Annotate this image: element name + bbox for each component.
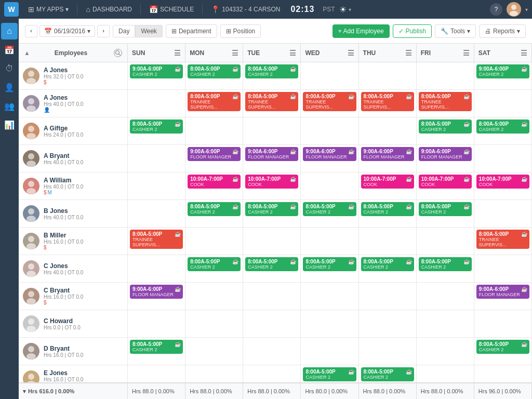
day-cell[interactable]: 10:00A-7:00PCOOK☕ bbox=[474, 172, 532, 200]
employee-info-cell[interactable]: A WilliamHrs 40.0 | OT 0.0$M bbox=[19, 172, 128, 200]
day-cell[interactable]: 8:00A-5:00PCASHIER 2☕ bbox=[359, 200, 417, 227]
shift-block[interactable]: 8:00A-5:00PCASHIER 2☕ bbox=[361, 257, 414, 271]
shift-block[interactable]: 8:00A-5:00PCASHIER 2☕ bbox=[188, 257, 241, 271]
wed-list-icon[interactable]: ☰ bbox=[348, 49, 354, 57]
day-cell[interactable] bbox=[128, 90, 185, 117]
day-cell[interactable]: 10:00A-7:00PCOOK☕ bbox=[185, 172, 243, 200]
shift-block[interactable]: 8:00A-5:00PCASHIER 2☕ bbox=[188, 64, 241, 78]
day-cell[interactable]: 8:00A-5:00PTRAINEE SUPERVIS...☕ bbox=[359, 90, 417, 117]
shift-block[interactable]: 10:00A-7:00PCOOK☕ bbox=[245, 175, 298, 189]
shift-block[interactable]: 8:00A-5:00PCASHIER 2☕ bbox=[245, 64, 298, 78]
shift-block[interactable]: 8:00A-5:00PTRAINEE SUPERVIS...☕ bbox=[419, 92, 472, 111]
day-cell[interactable] bbox=[359, 283, 417, 310]
day-cell[interactable] bbox=[128, 145, 185, 172]
shift-block[interactable]: 8:00A-5:00PCASHIER 2☕ bbox=[188, 202, 241, 216]
shift-block[interactable]: 8:00A-5:00PCASHIER 2☕ bbox=[303, 257, 356, 271]
my-apps-menu[interactable]: ⊞ MY APPS ▾ bbox=[24, 3, 73, 16]
employee-search-icon[interactable] bbox=[114, 49, 122, 57]
tools-button[interactable]: 🔧 Tools ▾ bbox=[435, 24, 476, 38]
day-cell[interactable]: 8:00A-5:00PCASHIER 2☕ bbox=[243, 200, 301, 227]
day-cell[interactable]: 8:00A-5:00PCASHIER 2☕ bbox=[128, 338, 185, 365]
add-employee-button[interactable]: + Add Employee bbox=[332, 24, 390, 38]
shift-block[interactable]: 8:00A-5:00PCASHIER 2☕ bbox=[245, 257, 298, 271]
day-cell[interactable]: 8:00A-5:00PCASHIER 2☕ bbox=[417, 117, 474, 144]
shift-block[interactable]: 8:00A-5:00PCASHIER 2☕ bbox=[245, 202, 298, 216]
day-cell[interactable]: 9:00A-6:00PFLOOR MANAGER☕ bbox=[243, 145, 301, 172]
day-cell[interactable] bbox=[474, 145, 532, 172]
day-cell[interactable]: 9:00A-6:00PFLOOR MANAGER☕ bbox=[359, 145, 417, 172]
shift-block[interactable]: 10:00A-7:00PCOOK☕ bbox=[188, 175, 241, 189]
day-cell[interactable] bbox=[359, 62, 417, 89]
shift-block[interactable]: 8:00A-5:00PCASHIER 2☕ bbox=[303, 202, 356, 216]
shift-block[interactable]: 9:00A-6:00PFLOOR MANAGER☕ bbox=[188, 147, 241, 161]
day-cell[interactable] bbox=[359, 228, 417, 255]
brightness-chevron-icon[interactable]: ▾ bbox=[349, 7, 351, 12]
employee-info-cell[interactable]: A GiftgeHrs 24.0 | OT 0.0 bbox=[19, 117, 128, 144]
reports-button[interactable]: 🖨 Reports ▾ bbox=[479, 24, 526, 38]
next-date-button[interactable]: › bbox=[97, 25, 110, 37]
day-cell[interactable] bbox=[301, 117, 358, 144]
day-view-button[interactable]: Day bbox=[113, 25, 135, 37]
day-cell[interactable]: 8:00A-5:00PTRAINEE SUPERVIS...☕ bbox=[243, 90, 301, 117]
day-cell[interactable]: 8:00A-5:00PCASHIER 2☕ bbox=[243, 62, 301, 89]
avatar-chevron-icon[interactable]: ▾ bbox=[525, 7, 528, 12]
day-cell[interactable] bbox=[128, 310, 185, 337]
user-avatar[interactable] bbox=[507, 2, 521, 17]
shift-block[interactable]: 10:00A-7:00PCOOK☕ bbox=[361, 175, 414, 189]
day-cell[interactable]: 8:00A-5:00PCASHIER 2☕ bbox=[474, 338, 532, 365]
day-cell[interactable] bbox=[128, 255, 185, 282]
shift-block[interactable]: 8:00A-5:00PTRAINEE SUPERVIS...☕ bbox=[130, 230, 183, 249]
collapse-icon[interactable]: ▲ bbox=[24, 49, 30, 57]
shift-block[interactable]: 8:00A-5:00PCASHIER 2☕ bbox=[476, 340, 529, 354]
day-cell[interactable] bbox=[359, 310, 417, 337]
day-cell[interactable]: 9:00A-6:00PFLOOR MANAGER☕ bbox=[301, 145, 358, 172]
day-cell[interactable]: 8:00A-5:00PTRAINEE SUPERVIS...☕ bbox=[185, 90, 243, 117]
day-cell[interactable]: 8:00A-5:00PCASHIER 2☕ bbox=[185, 255, 243, 282]
day-cell[interactable] bbox=[243, 117, 301, 144]
day-cell[interactable] bbox=[301, 62, 358, 89]
employee-info-cell[interactable]: A JonesHrs 40.0 | OT 0.0👤 bbox=[19, 90, 128, 117]
shift-block[interactable]: 8:00A-5:00PCASHIER 2☕ bbox=[361, 367, 414, 381]
shift-block[interactable]: 8:00A-5:00PCASHIER 2☕ bbox=[419, 202, 472, 216]
day-cell[interactable] bbox=[128, 200, 185, 227]
day-cell[interactable] bbox=[243, 338, 301, 365]
thu-list-icon[interactable]: ☰ bbox=[405, 49, 412, 57]
shift-block[interactable]: 9:00A-6:00PCASHIER 2☕ bbox=[130, 64, 183, 78]
day-cell[interactable]: 8:00A-5:00PCASHIER 2☕ bbox=[359, 255, 417, 282]
day-cell[interactable] bbox=[301, 338, 358, 365]
day-cell[interactable] bbox=[185, 310, 243, 337]
week-view-button[interactable]: Week bbox=[135, 25, 162, 37]
day-cell[interactable] bbox=[185, 228, 243, 255]
day-cell[interactable] bbox=[243, 283, 301, 310]
shift-block[interactable]: 8:00A-5:00PTRAINEE SUPERVIS...☕ bbox=[245, 92, 298, 111]
day-cell[interactable] bbox=[185, 117, 243, 144]
sun-list-icon[interactable]: ☰ bbox=[174, 49, 181, 57]
shift-block[interactable]: 8:00A-5:00PCASHIER 2☕ bbox=[476, 119, 529, 134]
day-cell[interactable] bbox=[243, 310, 301, 337]
date-picker[interactable]: 📅 06/19/2016 ▾ bbox=[39, 25, 95, 37]
mon-list-icon[interactable]: ☰ bbox=[232, 49, 238, 57]
day-cell[interactable]: 10:00A-7:00PCOOK☕ bbox=[417, 172, 474, 200]
day-cell[interactable] bbox=[301, 172, 358, 200]
tue-list-icon[interactable]: ☰ bbox=[289, 49, 296, 57]
day-cell[interactable] bbox=[301, 283, 358, 310]
day-cell[interactable]: 10:00A-7:00PCOOK☕ bbox=[243, 172, 301, 200]
day-cell[interactable] bbox=[128, 172, 185, 200]
day-cell[interactable] bbox=[417, 338, 474, 365]
shift-block[interactable]: 9:00A-6:00PFLOOR MANAGER☕ bbox=[361, 147, 414, 161]
shift-block[interactable]: 9:00A-6:00PFLOOR MANAGER☕ bbox=[419, 147, 472, 161]
day-cell[interactable]: 8:00A-5:00PTRAINEE SUPERVIS...☕ bbox=[301, 90, 358, 117]
dashboard-nav[interactable]: ⌂ DASHBOARD bbox=[82, 3, 136, 16]
sidebar-person-icon[interactable]: 👤 bbox=[1, 79, 18, 96]
sidebar-chart-icon[interactable]: 📊 bbox=[1, 116, 18, 133]
day-cell[interactable] bbox=[185, 283, 243, 310]
day-cell[interactable]: 8:00A-5:00PCASHIER 2☕ bbox=[301, 255, 358, 282]
sidebar-home-icon[interactable]: ⌂ bbox=[1, 23, 18, 39]
day-cell[interactable] bbox=[417, 283, 474, 310]
day-cell[interactable] bbox=[185, 338, 243, 365]
shift-block[interactable]: 9:00A-6:00PFLOOR MANAGER☕ bbox=[130, 285, 183, 299]
shift-block[interactable]: 8:00A-5:00PCASHIER 2☕ bbox=[361, 202, 414, 216]
day-cell[interactable]: 10:00A-7:00PCOOK☕ bbox=[359, 172, 417, 200]
day-cell[interactable] bbox=[301, 228, 358, 255]
day-cell[interactable]: 9:00A-6:00PFLOOR MANAGER☕ bbox=[474, 283, 532, 310]
